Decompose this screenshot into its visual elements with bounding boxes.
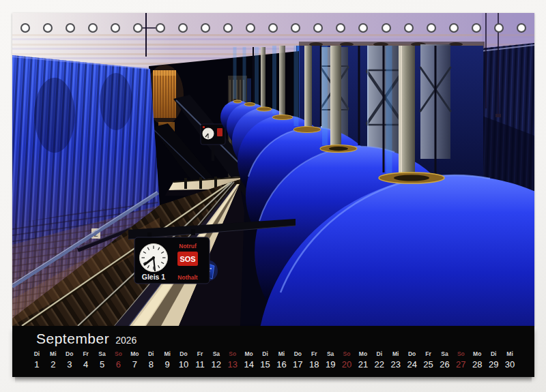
day-number: 20 [339,360,355,370]
day-label: Fr [420,350,437,357]
day-number: 3 [61,360,78,370]
binding-hole [178,23,188,33]
calendar-day-cell: Sa 5 [94,350,111,370]
day-label: Mi [388,350,404,357]
binding-hole [201,23,210,33]
calendar-day-cell: Do 3 [61,350,78,370]
calendar-day-cell: Mi 2 [45,350,61,370]
day-label: Fr [306,350,322,357]
year-label: 2026 [115,335,136,346]
day-number: 9 [159,360,175,370]
binding-hole [291,23,300,33]
day-number: 21 [355,360,371,370]
day-number: 2 [45,360,61,370]
day-label: Do [175,350,192,357]
strip-shadow [15,377,532,383]
day-label: Do [289,350,306,357]
calendar-strip: September2026 Di 1 Mi 2 Do 3 Fr 4 Sa 5 S… [12,326,534,377]
day-label: So [452,350,469,357]
calendar-day-cell: Do 10 [175,350,192,370]
calendar-day-cell: So 6 [110,350,126,370]
day-label: So [110,350,126,357]
day-number: 27 [452,360,469,370]
day-number: 4 [78,360,94,370]
day-number: 24 [404,360,420,370]
day-label: Fr [192,350,208,357]
binding-hole [88,23,98,33]
binding-hole [427,23,436,33]
binding-hole [494,23,504,33]
binding-hole [246,23,255,33]
day-label: Sa [208,350,225,357]
calendar-day-cell: Di 29 [485,350,502,370]
binding-hole [223,23,233,33]
calendar-day-cell: So 13 [225,350,241,370]
binding-hole [382,23,391,33]
day-number: 26 [436,360,452,370]
calendar-sheet: 2 [0,0,546,392]
binding-hole [449,23,459,33]
binding-hole [66,23,75,33]
day-number: 29 [485,360,502,370]
calendar-day-cell: Di 1 [29,350,45,370]
calendar-day-cell: Mo 28 [469,350,485,370]
calendar-day-cell: Mo 14 [241,350,257,370]
day-number: 17 [289,360,306,370]
station-photo-art: 2 [12,13,534,326]
calendar-day-cell: Sa 12 [208,350,225,370]
day-number: 6 [110,360,126,370]
emergency-call-label: Notruf [179,243,197,250]
day-number: 13 [225,360,241,370]
day-number: 28 [469,360,485,370]
calendar-day-cell: Mi 30 [502,350,518,370]
calendar-day-cell: Fr 11 [192,350,208,370]
day-label: Mo [241,350,257,357]
day-number: 7 [126,360,143,370]
station-photo: 2 [12,13,534,326]
day-number: 10 [175,360,192,370]
day-number: 23 [388,360,404,370]
day-label: Do [61,350,78,357]
day-number: 12 [208,360,225,370]
calendar-day-cell: Mo 21 [355,350,371,370]
calendar-day-cell: Di 22 [371,350,388,370]
day-label: Sa [94,350,111,357]
sos-label: SOS [179,255,195,263]
day-label: Sa [436,350,452,357]
binding-hole [517,23,526,33]
day-number: 19 [322,360,339,370]
emergency-stop-label: Nothalt [177,274,197,281]
binding-hole [472,23,481,33]
day-number: 18 [306,360,322,370]
day-number: 11 [192,360,208,370]
day-label: Do [404,350,420,357]
calendar-day-cell: Fr 25 [420,350,437,370]
calendar-day-cell: So 27 [452,350,469,370]
day-label: Mo [469,350,485,357]
day-label: Sa [322,350,339,357]
day-label: Fr [78,350,94,357]
binding-hole [336,23,345,33]
calendar-day-cell: Mo 7 [126,350,143,370]
calendar-day-cell: Mi 16 [273,350,289,370]
day-label: So [225,350,241,357]
binding-holes [12,22,534,33]
day-label: So [339,350,355,357]
binding-hole [133,23,143,33]
calendar-day-cell: Di 15 [257,350,274,370]
calendar-day-cell: Do 17 [289,350,306,370]
day-label: Di [257,350,274,357]
month-label: September [36,331,109,346]
calendar-day-cell: Fr 18 [306,350,322,370]
binding-hole [268,23,278,33]
calendar-day-cell: Sa 19 [322,350,339,370]
day-label: Mi [159,350,175,357]
day-number: 14 [241,360,257,370]
calendar-title: September2026 [36,331,136,347]
day-number: 25 [420,360,437,370]
calendar-days: Di 1 Mi 2 Do 3 Fr 4 Sa 5 So 6 Mo 7 Di 8 … [12,350,534,370]
day-number: 22 [371,360,388,370]
calendar-day-cell: Mi 23 [388,350,404,370]
day-label: Mo [355,350,371,357]
platform-label: Gleis 1 [142,273,166,281]
